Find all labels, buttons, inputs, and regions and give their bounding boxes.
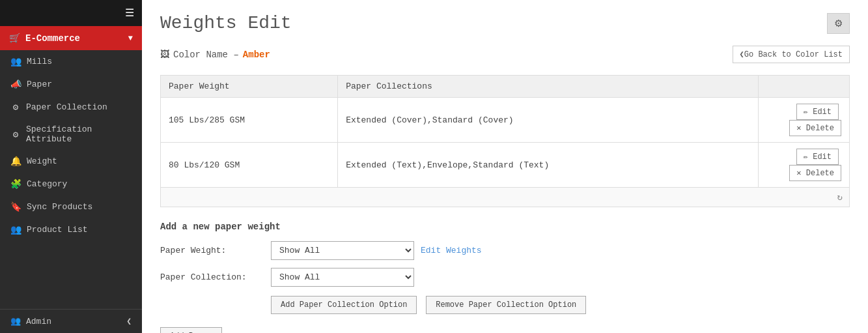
sidebar-brand[interactable]: 🛒 E-Commerce ▼ <box>0 26 142 50</box>
add-paper-collection-option-button[interactable]: Add Paper Collection Option <box>271 296 417 314</box>
paper-weight-cell: 80 Lbs/120 GSM <box>161 143 338 188</box>
collection-action-row: Add Paper Collection Option Remove Paper… <box>271 296 850 314</box>
gear-button[interactable]: ⚙ <box>827 13 850 34</box>
sidebar-item-specification-attribute[interactable]: ⚙️ Specification Attribute <box>0 119 142 150</box>
admin-label: Admin <box>26 317 51 326</box>
form-section-title: Add a new paper weight <box>160 222 850 232</box>
paper-collections-cell: Extended (Text),Envelope,Standard (Text) <box>338 143 759 188</box>
back-to-color-list-button[interactable]: ❮Go Back to Color List <box>733 46 850 63</box>
table-footer-cell: ↻ <box>161 188 850 207</box>
paper-weight-label: Paper Weight: <box>160 246 264 255</box>
sidebar-item-label: Specification Attribute <box>26 124 132 144</box>
col-paper-weight: Paper Weight <box>161 76 338 98</box>
color-name-bar: 🖼 Color Name – Amber ❮Go Back to Color L… <box>160 46 850 63</box>
brand-label: E-Commerce <box>25 33 80 44</box>
mills-icon: 👥 <box>10 56 21 67</box>
admin-left: 👥 Admin <box>10 316 51 326</box>
admin-icon: 👥 <box>10 316 21 326</box>
paper-weight-row: Paper Weight: Show All Edit Weights <box>160 241 850 260</box>
paper-collection-label: Paper Collection: <box>160 272 264 282</box>
sidebar-header: ☰ <box>0 0 142 26</box>
sidebar-item-mills[interactable]: 👥 Mills <box>0 50 142 73</box>
sidebar-item-sync-products[interactable]: 🔖 Sync Products <box>0 195 142 218</box>
sidebar-item-label: Category <box>27 179 67 189</box>
product-list-icon: 👥 <box>10 224 21 235</box>
admin-arrow-icon: ❮ <box>126 316 132 326</box>
color-icon: 🖼 <box>160 50 169 60</box>
spec-attr-icon: ⚙️ <box>10 129 21 140</box>
sidebar-item-label: Product List <box>27 225 88 235</box>
table-row: 105 Lbs/285 GSM Extended (Cover),Standar… <box>161 98 850 143</box>
page-title: Weights Edit <box>160 13 292 33</box>
table-row: 80 Lbs/120 GSM Extended (Text),Envelope,… <box>161 143 850 188</box>
sidebar-item-weight[interactable]: 🔔 Weight <box>0 150 142 173</box>
paper-collection-select[interactable]: Show All <box>271 268 414 287</box>
sidebar-item-product-list[interactable]: 👥 Product List <box>0 218 142 241</box>
paper-weight-select[interactable]: Show All <box>271 241 414 260</box>
edit-weights-link[interactable]: Edit Weights <box>421 246 482 255</box>
color-name-text: Color Name – <box>173 50 239 60</box>
cart-icon: 🛒 <box>9 33 20 44</box>
paper-weight-cell: 105 Lbs/285 GSM <box>161 98 338 143</box>
add-paper-weight-form: Add a new paper weight Paper Weight: Sho… <box>160 222 850 333</box>
edit-button-row1[interactable]: ✏ Edit <box>796 149 839 165</box>
weights-table: Paper Weight Paper Collections 105 Lbs/2… <box>160 75 850 207</box>
paper-collection-icon: ⚙️ <box>10 102 21 113</box>
hamburger-icon[interactable]: ☰ <box>125 7 134 20</box>
category-icon: 🧩 <box>10 179 21 190</box>
sidebar-item-label: Paper <box>27 80 52 89</box>
sidebar-item-label: Paper Collection <box>26 102 107 112</box>
brand-arrow-icon: ▼ <box>128 34 133 43</box>
sidebar-item-paper-collection[interactable]: ⚙️ Paper Collection <box>0 96 142 119</box>
paper-icon: 📣 <box>10 79 21 90</box>
color-name-value: Amber <box>243 50 270 60</box>
color-name-label: 🖼 Color Name – Amber <box>160 50 270 60</box>
actions-cell: ✏ Edit ✕ Delete <box>759 143 850 188</box>
sidebar: ☰ 🛒 E-Commerce ▼ 👥 Mills 📣 Paper ⚙️ Pape… <box>0 0 142 333</box>
sidebar-brand-left: 🛒 E-Commerce <box>9 33 80 44</box>
sidebar-item-paper[interactable]: 📣 Paper <box>0 73 142 96</box>
edit-button-row0[interactable]: ✏ Edit <box>796 104 839 120</box>
sidebar-admin[interactable]: 👥 Admin ❮ <box>0 309 142 333</box>
add-paper-row: Add Paper <box>160 321 850 333</box>
remove-paper-collection-option-button[interactable]: Remove Paper Collection Option <box>426 296 586 314</box>
col-actions <box>759 76 850 98</box>
sidebar-item-label: Weight <box>27 156 57 166</box>
sync-icon: 🔖 <box>10 201 21 212</box>
paper-collection-row: Paper Collection: Show All <box>160 268 850 287</box>
main-content: Weights Edit ⚙ 🖼 Color Name – Amber ❮Go … <box>142 0 868 333</box>
delete-button-row1[interactable]: ✕ Delete <box>789 165 841 181</box>
paper-collections-cell: Extended (Cover),Standard (Cover) <box>338 98 759 143</box>
sidebar-nav: 👥 Mills 📣 Paper ⚙️ Paper Collection ⚙️ S… <box>0 50 142 309</box>
col-paper-collections: Paper Collections <box>338 76 759 98</box>
sidebar-item-label: Mills <box>27 57 52 66</box>
weight-icon: 🔔 <box>10 156 21 167</box>
main-header: Weights Edit ⚙ <box>160 13 850 34</box>
sidebar-item-category[interactable]: 🧩 Category <box>0 173 142 195</box>
delete-button-row0[interactable]: ✕ Delete <box>789 120 841 136</box>
refresh-icon[interactable]: ↻ <box>837 192 843 203</box>
add-paper-button[interactable]: Add Paper <box>160 327 222 333</box>
actions-cell: ✏ Edit ✕ Delete <box>759 98 850 143</box>
sidebar-item-label: Sync Products <box>27 202 92 212</box>
table-footer-row: ↻ <box>161 188 850 207</box>
